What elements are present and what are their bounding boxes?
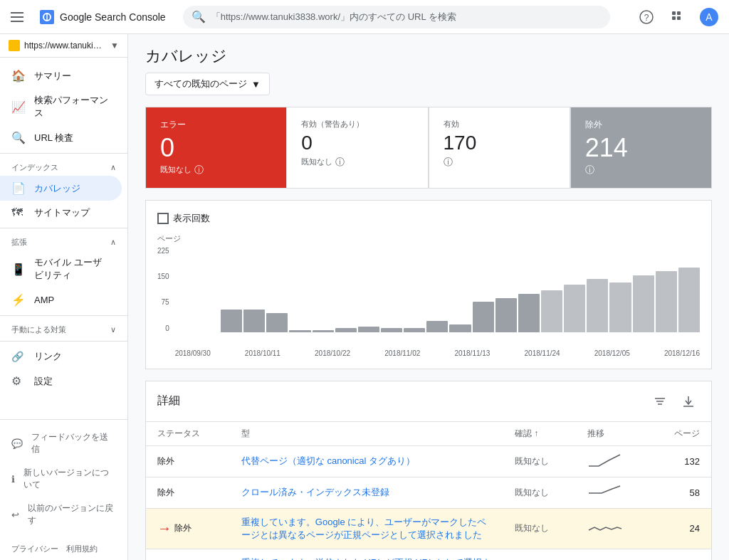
stat-card-error: エラー 0 既知なし ⓘ <box>145 107 286 189</box>
sidebar-item-amp[interactable]: ⚡ AMP <box>0 287 122 312</box>
sidebar-item-url-inspection[interactable]: 🔍 URL 検査 <box>0 125 122 150</box>
chart-bar <box>473 302 494 332</box>
stat-card-warning: 有効（警告あり） 0 既知なし ⓘ <box>286 107 428 189</box>
section-label-manual: 手動による対策 <box>11 324 66 335</box>
chart-checkbox[interactable] <box>157 213 169 224</box>
cell-trend <box>576 508 649 549</box>
sidebar-label-sitemap: サイトマップ <box>34 206 90 219</box>
valid-info-icon: ⓘ <box>444 156 453 169</box>
col-pages: ページ <box>649 422 711 446</box>
col-type: 型 <box>230 422 503 446</box>
magnify-icon: 🔍 <box>11 131 26 144</box>
sidebar-label-coverage: カバレッジ <box>34 182 80 195</box>
sidebar-bottom: 💬 フィードバックを送信 ℹ 新しいバージョンについて ↩ 以前のバージョンに戻… <box>0 419 127 538</box>
sidebar-item-search-performance[interactable]: 📈 検索パフォーマンス <box>0 88 122 125</box>
download-action-button[interactable] <box>677 390 700 413</box>
arrow-icon: → <box>157 520 172 537</box>
property-url: https://www.tanuki3838... <box>24 41 106 51</box>
table-body: 除外代替ページ（適切な canonical タグあり）既知なし132除外クロール… <box>146 445 711 560</box>
property-selector[interactable]: https://www.tanuki3838... ▼ <box>0 34 127 58</box>
excluded-sublabel: ⓘ <box>585 164 697 176</box>
chart-bar <box>449 324 471 332</box>
chart-checkbox-row: 表示回数 <box>157 212 700 225</box>
sidebar-item-new-version[interactable]: ℹ 新しいバージョンについて <box>0 461 127 497</box>
details-section: 詳細 <box>145 381 712 560</box>
cell-confirmed: 既知なし <box>503 549 576 560</box>
home-icon: 🏠 <box>11 69 26 83</box>
sidebar-label-amp: AMP <box>34 295 54 305</box>
topbar: Google Search Console 🔍 「https://www.tan… <box>0 0 729 34</box>
settings-icon: ⚙ <box>11 374 26 388</box>
y-tick-mid: 150 <box>157 273 169 280</box>
sidebar-item-summary[interactable]: 🏠 サマリー <box>0 63 122 88</box>
search-text: 「https://www.tanuki3838.work/」内のすべての URL… <box>211 11 602 23</box>
chart-body: 2018/09/302018/10/112018/10/222018/11/02… <box>175 247 700 357</box>
y-tick-low: 75 <box>162 298 169 306</box>
cell-type[interactable]: 重複しています。送信された URL が正規 URL として選択されていません <box>230 549 503 560</box>
svg-rect-8 <box>677 11 681 15</box>
app-title: Google Search Console <box>60 11 166 23</box>
table-row: 除外クロール済み・インデックス未登録既知なし58 <box>146 477 711 508</box>
sidebar: https://www.tanuki3838... ▼ 🏠 サマリー 📈 検索パ… <box>0 34 128 560</box>
help-button[interactable]: ? <box>632 3 661 31</box>
status-text: 除外 <box>157 456 174 466</box>
details-title: 詳細 <box>157 393 180 408</box>
chart-bar <box>289 330 310 332</box>
app-logo: Google Search Console <box>34 10 172 24</box>
chart-x-label: 2018/11/24 <box>525 349 560 357</box>
y-tick-zero: 0 <box>165 324 169 332</box>
search-bar[interactable]: 🔍 「https://www.tanuki3838.work/」内のすべての U… <box>183 6 610 28</box>
sidebar-label-settings: 設定 <box>34 375 53 388</box>
details-header: 詳細 <box>146 381 711 422</box>
excluded-info-icon: ⓘ <box>585 164 594 176</box>
sidebar-item-links[interactable]: 🔗 リンク <box>0 344 122 369</box>
stat-card-valid: 有効 170 ⓘ <box>429 107 570 189</box>
chart-icon: 📈 <box>11 100 26 114</box>
sidebar-item-old-version[interactable]: ↩ 以前のバージョンに戻す <box>0 497 127 532</box>
cell-trend <box>576 445 649 477</box>
stats-row: エラー 0 既知なし ⓘ 有効（警告あり） 0 既知なし ⓘ 有効 170 <box>145 107 712 189</box>
chart-bar <box>633 275 654 332</box>
cell-status: 除外 <box>146 477 230 508</box>
sitemap-icon: 🗺 <box>11 206 26 219</box>
table-header-row: ステータス 型 確認 ↑ 推移 ページ <box>146 422 711 446</box>
sidebar-item-coverage[interactable]: 📄 カバレッジ <box>0 176 122 201</box>
property-dropdown-icon: ▼ <box>110 41 119 51</box>
section-label-index: インデックス <box>11 162 58 173</box>
error-value: 0 <box>160 134 272 162</box>
chart-bar <box>358 327 379 332</box>
filter-row: すべての既知のページ ▼ <box>128 73 729 107</box>
chart-x-label: 2018/12/16 <box>664 349 700 357</box>
amp-icon: ⚡ <box>11 293 26 307</box>
cell-type[interactable]: クロール済み・インデックス未登録 <box>230 477 503 508</box>
sidebar-item-mobile[interactable]: 📱 モバイル ユーザビリティ <box>0 250 122 287</box>
cell-type[interactable]: 重複しています。Google により、ユーザーがマークしたページとは異なるページ… <box>230 508 503 549</box>
warning-sublabel-text: 既知なし <box>301 157 332 167</box>
chart-bar <box>313 330 334 332</box>
account-button[interactable]: A <box>695 3 723 31</box>
sidebar-item-sitemap[interactable]: 🗺 サイトマップ <box>0 201 122 225</box>
sidebar-label-summary: サマリー <box>34 70 71 83</box>
sidebar-item-settings[interactable]: ⚙ 設定 <box>0 369 122 393</box>
apps-button[interactable] <box>664 3 692 31</box>
sidebar-label-url-inspection: URL 検査 <box>34 132 73 144</box>
col-trend: 推移 <box>576 422 649 446</box>
stat-card-excluded: 除外 214 ⓘ <box>570 107 712 189</box>
cell-confirmed: 既知なし <box>503 508 576 549</box>
chart-bar <box>221 310 242 332</box>
filter-button[interactable]: すべての既知のページ ▼ <box>145 73 270 95</box>
sidebar-item-feedback[interactable]: 💬 フィードバックを送信 <box>0 426 127 461</box>
chart-bar <box>678 268 700 332</box>
cell-status: →除外 <box>146 508 230 549</box>
cell-type[interactable]: 代替ページ（適切な canonical タグあり） <box>230 445 503 477</box>
table-row: 除外代替ページ（適切な canonical タグあり）既知なし132 <box>146 445 711 477</box>
mobile-icon: 📱 <box>11 263 26 276</box>
chart-checkbox-label: 表示回数 <box>173 212 210 225</box>
table-head: ステータス 型 確認 ↑ 推移 ページ <box>146 422 711 446</box>
chart-bar <box>426 321 448 332</box>
excluded-label: 除外 <box>585 119 697 131</box>
new-version-label: 新しいバージョンについて <box>23 467 116 491</box>
menu-icon[interactable] <box>0 11 34 23</box>
filter-action-button[interactable] <box>649 390 671 413</box>
cell-trend <box>576 549 649 560</box>
